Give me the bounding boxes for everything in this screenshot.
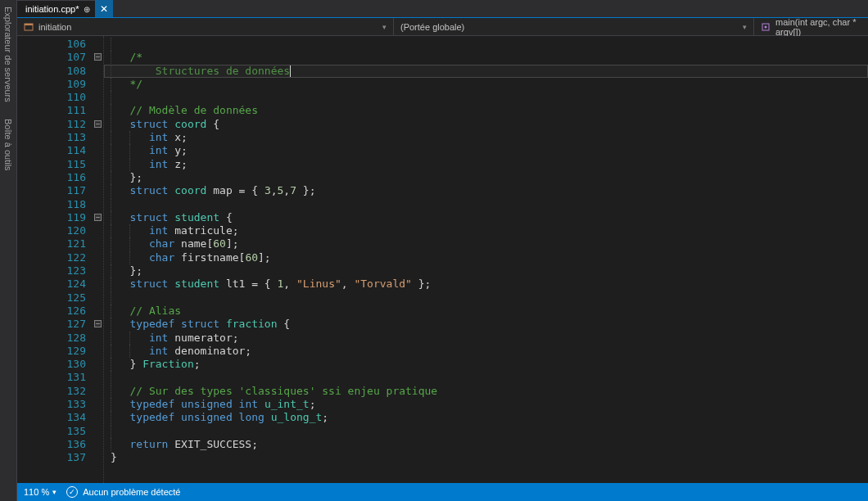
code-line[interactable]: }; — [111, 171, 868, 184]
fold-cell — [93, 278, 103, 291]
nav-scope-label: (Portée globale) — [400, 22, 464, 32]
fold-cell: − — [93, 118, 103, 131]
line-number: 118 — [17, 198, 93, 211]
line-number: 120 — [17, 224, 93, 237]
server-explorer-panel[interactable]: Explorateur de serveurs — [3, 0, 13, 102]
code-line[interactable]: // Sur des types 'classiques' ssi enjeu … — [111, 385, 868, 398]
line-number: 117 — [17, 184, 93, 197]
fold-toggle[interactable]: − — [94, 320, 102, 327]
code-line[interactable]: typedef unsigned int u_int_t; — [111, 398, 868, 411]
side-panel-strip: Explorateur de serveurs Boîte à outils — [0, 0, 17, 501]
line-number: 122 — [17, 251, 93, 264]
code-line[interactable]: int x; — [111, 131, 868, 144]
code-line[interactable]: }; — [111, 264, 868, 278]
fold-column: −−−− — [93, 36, 104, 483]
fold-cell: − — [93, 51, 103, 64]
line-number: 113 — [17, 131, 93, 144]
fold-cell — [93, 332, 103, 345]
code-line[interactable]: struct coord { — [111, 118, 868, 131]
nav-project-label: initiation — [38, 22, 71, 32]
line-number: 108 — [17, 65, 93, 78]
code-line[interactable]: /* — [111, 51, 868, 64]
code-line[interactable]: Structures de données — [111, 65, 868, 78]
code-editor[interactable]: 1061071081091101111121131141151161171181… — [17, 36, 868, 483]
code-line[interactable]: char name[60]; — [111, 237, 868, 250]
fold-toggle[interactable]: − — [94, 53, 102, 61]
toolbox-panel[interactable]: Boîte à outils — [3, 112, 13, 171]
fold-cell — [93, 171, 103, 184]
line-number: 125 — [17, 291, 93, 305]
line-number: 135 — [17, 425, 93, 438]
code-line[interactable]: // Modèle de données — [111, 104, 868, 117]
check-circle-icon: ✓ — [66, 486, 78, 498]
chevron-down-icon: ▾ — [52, 488, 57, 496]
code-line[interactable]: int numerator; — [111, 332, 868, 345]
code-line[interactable]: struct coord map = { 3,5,7 }; — [111, 184, 868, 197]
line-number: 133 — [17, 398, 93, 411]
line-number: 134 — [17, 411, 93, 424]
fold-cell — [93, 131, 103, 144]
svg-point-3 — [765, 25, 767, 28]
code-line[interactable]: // Alias — [111, 305, 868, 318]
tab-close-button[interactable]: ✕ — [95, 0, 113, 17]
code-line[interactable]: int y; — [111, 144, 868, 157]
nav-function-dropdown[interactable]: main(int argc, char * argv[]) — [754, 18, 868, 35]
fold-cell — [93, 144, 103, 157]
fold-cell — [93, 411, 103, 424]
code-line[interactable]: } — [111, 451, 868, 464]
fold-toggle[interactable]: − — [94, 214, 102, 221]
fold-cell — [93, 398, 103, 411]
code-line[interactable]: char firstname[60]; — [111, 251, 868, 264]
code-line[interactable]: struct student { — [111, 211, 868, 224]
code-line[interactable] — [111, 38, 868, 51]
fold-cell — [93, 91, 103, 104]
code-line[interactable] — [111, 425, 868, 438]
line-number: 130 — [17, 358, 93, 371]
code-line[interactable]: int matricule; — [111, 224, 868, 237]
fold-cell — [93, 358, 103, 371]
file-tab-initiation[interactable]: initiation.cpp* ⊕ — [17, 0, 95, 17]
code-line[interactable]: int z; — [111, 158, 868, 171]
line-number: 136 — [17, 438, 93, 451]
fold-cell — [93, 78, 103, 91]
code-line[interactable]: */ — [111, 78, 868, 91]
fold-cell — [93, 237, 103, 250]
fold-cell — [93, 451, 103, 464]
code-area[interactable]: /* Structures de données */ // Modèle de… — [104, 36, 868, 483]
zoom-control[interactable]: 110 % ▾ — [24, 487, 57, 497]
code-line[interactable]: } Fraction; — [111, 358, 868, 371]
pin-icon[interactable]: ⊕ — [84, 5, 90, 14]
tab-bar: initiation.cpp* ⊕ ✕ — [17, 0, 868, 18]
fold-cell — [93, 385, 103, 398]
code-line[interactable]: int denominator; — [111, 345, 868, 358]
line-number: 115 — [17, 158, 93, 171]
code-line[interactable]: typedef unsigned long u_long_t; — [111, 411, 868, 424]
fold-cell — [93, 198, 103, 211]
line-number: 124 — [17, 278, 93, 291]
code-line[interactable] — [111, 371, 868, 384]
fold-cell: − — [93, 211, 103, 224]
fold-cell — [93, 305, 103, 318]
problems-indicator[interactable]: ✓ Aucun problème détecté — [66, 486, 180, 498]
line-number: 111 — [17, 104, 93, 117]
code-line[interactable] — [111, 91, 868, 104]
line-number: 132 — [17, 385, 93, 398]
nav-scope-dropdown[interactable]: (Portée globale) ▾ — [394, 18, 754, 35]
code-line[interactable]: return EXIT_SUCCESS; — [111, 438, 868, 451]
line-number: 110 — [17, 91, 93, 104]
fold-toggle[interactable]: − — [94, 120, 102, 128]
svg-rect-1 — [25, 24, 33, 25]
line-number: 116 — [17, 171, 93, 184]
code-line[interactable] — [111, 198, 868, 211]
line-number: 128 — [17, 332, 93, 345]
code-line[interactable]: typedef struct fraction { — [111, 318, 868, 331]
code-line[interactable] — [111, 291, 868, 305]
line-number: 109 — [17, 78, 93, 91]
fold-cell — [93, 65, 103, 78]
nav-project-dropdown[interactable]: initiation ▾ — [17, 18, 394, 35]
fold-cell — [93, 184, 103, 197]
fold-cell — [93, 425, 103, 438]
code-line[interactable]: struct student lt1 = { 1, "Linus", "Torv… — [111, 278, 868, 291]
chevron-down-icon: ▾ — [382, 23, 387, 31]
line-number: 129 — [17, 345, 93, 358]
